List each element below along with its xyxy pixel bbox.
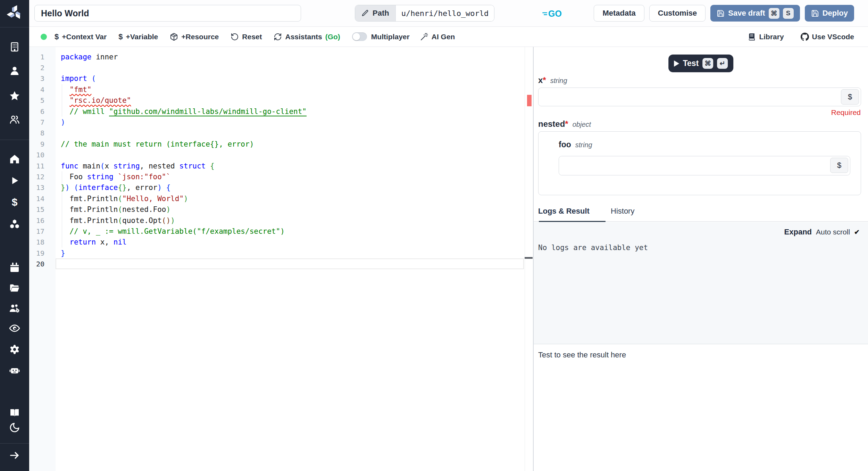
code-line: 8 xyxy=(29,128,533,139)
arg-name: x xyxy=(538,75,543,85)
expand-button[interactable]: Expand xyxy=(784,228,812,237)
code-line: 16 fmt.Println(quote.Opt()) xyxy=(29,215,533,226)
no-logs-message: No logs are available yet xyxy=(538,243,648,252)
reset-button[interactable]: Reset xyxy=(231,33,262,41)
add-resource-label: +Resource xyxy=(181,33,219,41)
arg-name: nested xyxy=(538,119,565,129)
rotate-ccw-icon xyxy=(231,33,239,41)
result-tabs: Logs & Result History xyxy=(534,201,868,222)
tab-logs-result[interactable]: Logs & Result xyxy=(538,201,590,222)
insert-variable-button[interactable]: $ xyxy=(830,158,848,173)
line-number: 3 xyxy=(29,74,44,83)
line-number: 12 xyxy=(29,173,44,181)
result-area: Test to see the result here xyxy=(534,344,868,471)
book-open-icon[interactable] xyxy=(9,407,20,419)
use-vscode-button[interactable]: Use VScode xyxy=(801,33,854,41)
overview-ruler[interactable] xyxy=(525,47,533,471)
code-line: 4 "fmt" xyxy=(29,84,533,95)
add-resource-button[interactable]: +Resource xyxy=(170,33,219,41)
arg-x-input[interactable] xyxy=(539,88,861,106)
code-line: 7) xyxy=(29,117,533,127)
gear-icon[interactable] xyxy=(9,344,20,355)
path-value[interactable]: u/henri/hello_world xyxy=(395,5,494,21)
svg-text:GO: GO xyxy=(548,9,562,18)
dollar-icon: $ xyxy=(55,32,59,41)
use-vscode-label: Use VScode xyxy=(812,33,854,41)
assistants-button[interactable]: Assistants (Go) xyxy=(274,33,340,41)
code-line: 5 "rsc.io/quote" xyxy=(29,95,533,106)
code-line: 15 fmt.Println(nested.Foo) xyxy=(29,204,533,215)
building-icon[interactable] xyxy=(9,41,20,53)
add-context-var-button[interactable]: $ +Context Var xyxy=(55,32,107,41)
deploy-label: Deploy xyxy=(823,9,848,18)
moon-icon[interactable] xyxy=(9,422,20,433)
cmd-key-badge: ⌘ xyxy=(702,58,713,69)
library-button[interactable]: Library xyxy=(748,33,784,41)
tab-label: History xyxy=(611,207,634,216)
arg-x-input-wrap: $ xyxy=(538,88,861,106)
arrow-right-icon[interactable] xyxy=(9,449,20,461)
connection-status-dot xyxy=(41,34,47,40)
path-label: Path xyxy=(373,9,389,18)
star-icon[interactable] xyxy=(9,90,20,102)
arg-nested-label: nested* object xyxy=(538,119,591,129)
multiplayer-toggle[interactable] xyxy=(352,32,367,41)
arg-x-label: x* string xyxy=(538,75,567,85)
user-icon[interactable] xyxy=(9,65,20,77)
error-marker xyxy=(527,95,532,106)
toolbar-right: Library Use VScode xyxy=(731,33,854,41)
line-number: 18 xyxy=(29,238,44,246)
folder-open-icon[interactable] xyxy=(9,282,20,294)
users-gear-icon[interactable] xyxy=(9,303,20,314)
add-variable-button[interactable]: $ +Variable xyxy=(118,32,158,41)
line-number: 17 xyxy=(29,227,44,236)
save-icon xyxy=(717,9,725,17)
line-number: 8 xyxy=(29,129,44,137)
wand-icon xyxy=(420,33,428,41)
path-button[interactable]: Path xyxy=(355,5,395,21)
test-button[interactable]: Test ⌘ ↵ xyxy=(668,55,734,72)
nested-object-box: foo string $ xyxy=(538,131,861,195)
calendar-icon[interactable] xyxy=(9,262,20,273)
arg-name: foo xyxy=(559,140,571,149)
robot-icon[interactable] xyxy=(9,364,20,376)
ai-gen-label: AI Gen xyxy=(432,33,455,41)
arg-foo-input[interactable] xyxy=(559,156,850,175)
save-icon xyxy=(811,9,819,17)
line-number: 2 xyxy=(29,64,44,72)
add-context-var-label: +Context Var xyxy=(62,33,107,41)
sidebar-divider xyxy=(0,443,29,444)
code-line: 20 xyxy=(29,258,533,269)
script-title-input[interactable] xyxy=(34,5,301,22)
line-number: 19 xyxy=(29,249,44,257)
save-draft-button[interactable]: Save draft ⌘ S xyxy=(710,5,800,22)
windmill-logo-icon[interactable] xyxy=(7,5,23,22)
boxes-icon[interactable] xyxy=(9,218,20,230)
code-line: 19} xyxy=(29,248,533,258)
code-line: 12 Foo string `json:"foo"` xyxy=(29,171,533,182)
tab-history[interactable]: History xyxy=(611,201,634,222)
user-group-icon[interactable] xyxy=(9,114,20,125)
ai-gen-button[interactable]: AI Gen xyxy=(420,33,455,41)
customise-button[interactable]: Customise xyxy=(649,5,706,22)
deploy-button[interactable]: Deploy xyxy=(805,5,854,22)
line-number: 7 xyxy=(29,118,44,126)
eye-icon[interactable] xyxy=(9,322,20,334)
code-line: 1package inner xyxy=(29,51,533,62)
tab-label: Logs & Result xyxy=(538,207,590,216)
s-key-badge: S xyxy=(783,8,794,19)
refresh-icon xyxy=(274,33,282,41)
reset-label: Reset xyxy=(242,33,262,41)
metadata-button[interactable]: Metadata xyxy=(594,5,644,22)
test-panel: Test ⌘ ↵ x* string $ Required nested* ob… xyxy=(533,47,868,471)
code-editor[interactable]: 1package inner23import (4 "fmt"5 "rsc.io… xyxy=(29,47,533,471)
code-line: 17 // v, _ := wmill.GetVariable("f/examp… xyxy=(29,226,533,237)
autoscroll-toggle[interactable]: Auto scroll xyxy=(816,228,850,236)
play-icon[interactable] xyxy=(9,175,20,187)
home-icon[interactable] xyxy=(9,153,20,165)
dollar-icon[interactable]: $ xyxy=(9,196,20,208)
multiplayer-text: Multiplayer xyxy=(371,33,410,41)
logs-area: Expand Auto scroll ✔ No logs are availab… xyxy=(534,222,868,344)
line-number: 4 xyxy=(29,85,44,94)
insert-variable-button[interactable]: $ xyxy=(841,89,859,105)
